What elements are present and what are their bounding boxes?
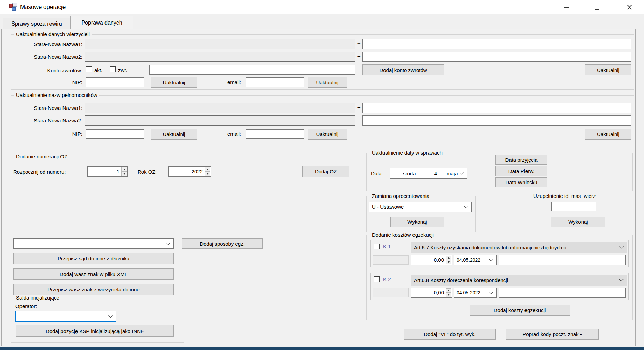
uaktualnij-nip-pelnomocnik-button[interactable]: Uaktualnij — [151, 129, 197, 140]
spin-down-button[interactable] — [205, 172, 210, 176]
date-separator: . — [416, 171, 429, 176]
spin-down-button[interactable] — [446, 293, 451, 297]
button-label: Uaktualnij — [597, 131, 619, 137]
oprocentowanie-select[interactable]: U - Ustawowe — [369, 202, 472, 212]
date-day-number: 4 — [429, 171, 437, 176]
wierzyciel-nazwa1-stara-input[interactable] — [85, 39, 355, 49]
window-bottom-edge — [0, 347, 644, 350]
spin-down-button[interactable] — [446, 260, 451, 264]
zwr-checkbox[interactable] — [110, 66, 116, 72]
data-datepicker[interactable]: środa . 4 maja — [390, 168, 467, 179]
uaktualnij-email-pelnomocnik-button[interactable]: Uaktualnij — [308, 129, 347, 140]
wierzyciel-nazwa1-nowa-input[interactable] — [362, 39, 631, 49]
group-title: Dodanie kosztów egzekucji — [370, 232, 435, 238]
dodaj-oz-button[interactable]: Dodaj OZ — [302, 166, 349, 177]
wykonaj-id-mas-wierz-button[interactable]: Wykonaj — [551, 217, 605, 227]
email-pelnomocnik-input[interactable] — [246, 129, 304, 139]
arrow-down-icon — [448, 294, 450, 296]
button-label: Dodaj OZ — [315, 169, 337, 174]
button-label: Poprad kody poczt. znak - — [522, 331, 582, 337]
dodaj-sposoby-egz-button[interactable]: Dodaj sposoby egz. — [182, 238, 263, 249]
przepisz-sad-button[interactable]: Przepisz sąd do inne z dłużnika — [13, 253, 174, 264]
pelnomocnik-nazwa2-nowa-input[interactable] — [362, 115, 631, 126]
uaktualnij-email-button[interactable]: Uaktualnij — [308, 77, 347, 88]
dodaj-pozycje-ksp-button[interactable]: Dodaj pozycję KSP inicjalizującą jako IN… — [16, 325, 174, 337]
wierzyciel-nazwa2-nowa-input[interactable] — [362, 52, 631, 62]
k2-checkbox[interactable] — [374, 276, 380, 282]
rok-oz-stepper[interactable]: 2022 — [168, 166, 211, 177]
wierzyciel-nazwa2-stara-input[interactable] — [85, 52, 355, 62]
data-wniosku-button[interactable]: Data Wniosku — [495, 177, 547, 187]
k1-kwota-value: 0.00 — [411, 255, 446, 265]
button-label: Dodaj sposoby egz. — [200, 241, 245, 247]
tab-sprawy-spoza-rewiru[interactable]: Sprawy spoza rewiru — [3, 18, 70, 29]
close-button[interactable] — [616, 0, 643, 14]
email-input[interactable] — [246, 77, 304, 87]
k1-koszt-select[interactable]: Art.6.7 Koszty uzyskania dokumentów lub … — [411, 242, 627, 253]
k1-data-value: 04.05.2022 — [454, 257, 490, 263]
k1-disabled-cell — [373, 255, 409, 265]
operator-select[interactable] — [15, 311, 116, 322]
arrow-up-icon — [448, 290, 450, 291]
uaktualnij-wierzyciele-button[interactable]: Uaktualnij — [585, 64, 631, 75]
spin-up-button[interactable] — [121, 167, 127, 172]
k2-opis-input[interactable] — [499, 288, 626, 298]
dodaj-vi-button[interactable]: Dodaj "VI " do tyt. wyk. — [404, 329, 496, 340]
dodaj-konto-zwrotow-button[interactable]: Dodaj konto zwrotów — [362, 64, 444, 75]
k2-koszt-value: Art.6.8 Koszty doręczenia korespondencji — [411, 277, 620, 283]
nip-label: NIP: — [14, 131, 82, 137]
group-title: Dodanie numeracji OZ — [14, 154, 69, 159]
maximize-button[interactable] — [585, 0, 609, 14]
k1-checkbox[interactable] — [374, 244, 380, 249]
koszt-k1-row: K 1 Art.6.7 Koszty uzyskania dokumentów … — [370, 240, 629, 267]
chevron-down-icon — [108, 313, 113, 318]
pelnomocnik-nazwa2-stara-input[interactable] — [85, 115, 355, 126]
spin-up-button[interactable] — [446, 256, 451, 260]
k2-data-datepicker[interactable]: 04.05.2022 — [454, 288, 497, 298]
konto-zwrotow-input[interactable] — [149, 65, 355, 75]
przepisz-wasz-znak-button[interactable]: Przepisz wasz znak z wiezyciela do inne — [13, 284, 174, 295]
k2-label: K 2 — [383, 276, 391, 282]
k1-koszt-value: Art.6.7 Koszty uzyskania dokumentów lub … — [411, 245, 620, 250]
uaktualnij-nip-button[interactable]: Uaktualnij — [151, 77, 197, 88]
nip-pelnomocnik-input[interactable] — [86, 129, 144, 139]
button-label: Data Pierw. — [508, 168, 535, 174]
konto-zwrotow-label: Konto zwrotów: — [14, 68, 82, 73]
button-label: Przepisz sąd do inne z dłużnika — [58, 256, 129, 261]
pelnomocnik-nazwa1-stara-input[interactable] — [85, 103, 355, 113]
stara-nowa-nazwa1-label: Stara-Nowa Nazwa1: — [14, 41, 82, 47]
numer-oz-stepper[interactable]: 1 — [87, 166, 128, 177]
stara-nowa-nazwa2-label: Stara-Nowa Nazwa2: — [14, 118, 82, 123]
k1-data-datepicker[interactable]: 04.05.2022 — [454, 255, 497, 265]
akt-checkbox[interactable] — [86, 66, 92, 72]
spin-up-button[interactable] — [446, 288, 451, 293]
button-label: Dodaj "VI " do tyt. wyk. — [424, 331, 476, 337]
spin-up-button[interactable] — [205, 167, 210, 172]
poprad-kody-poczt-button[interactable]: Poprad kody poczt. znak - — [506, 329, 599, 340]
stepper-arrows — [446, 255, 452, 265]
wykonaj-oprocentowanie-button[interactable]: Wykonaj — [390, 217, 444, 227]
stara-nowa-nazwa1-label: Stara-Nowa Nazwa1: — [14, 105, 82, 111]
k2-kwota-stepper[interactable]: 0,00 — [411, 288, 452, 298]
spin-down-button[interactable] — [121, 172, 127, 176]
id-mas-wierz-input[interactable] — [551, 202, 596, 211]
button-label: Data Wniosku — [505, 179, 537, 185]
button-label: Dodaj konto zwrotów — [379, 67, 427, 73]
k1-kwota-stepper[interactable]: 0.00 — [411, 255, 452, 265]
text-caret — [18, 313, 18, 320]
minimize-button[interactable] — [554, 0, 578, 14]
data-przyjecia-button[interactable]: Data przyjęcia — [495, 155, 547, 165]
k2-koszt-select[interactable]: Art.6.8 Koszty doręczenia korespondencji — [411, 275, 627, 286]
nip-input[interactable] — [86, 77, 144, 87]
dodaj-wasz-znak-xml-button[interactable]: Dodaj wasz znak w pliku XML — [13, 268, 174, 280]
pelnomocnik-nazwa1-nowa-input[interactable] — [362, 103, 631, 113]
tab-label: Poprawa danych — [81, 20, 122, 26]
dodaj-koszty-egzekucji-button[interactable]: Dodaj koszty egzekucji — [470, 305, 570, 316]
sposoby-egzekucji-select[interactable] — [13, 238, 174, 249]
k1-opis-input[interactable] — [499, 255, 626, 265]
close-icon — [627, 5, 632, 10]
stepper-arrows — [205, 167, 211, 176]
tab-poprawa-danych[interactable]: Poprawa danych — [70, 16, 133, 29]
data-pierw-button[interactable]: Data Pierw. — [495, 166, 547, 176]
uaktualnij-pelnomocnicy-button[interactable]: Uaktualnij — [585, 129, 631, 140]
